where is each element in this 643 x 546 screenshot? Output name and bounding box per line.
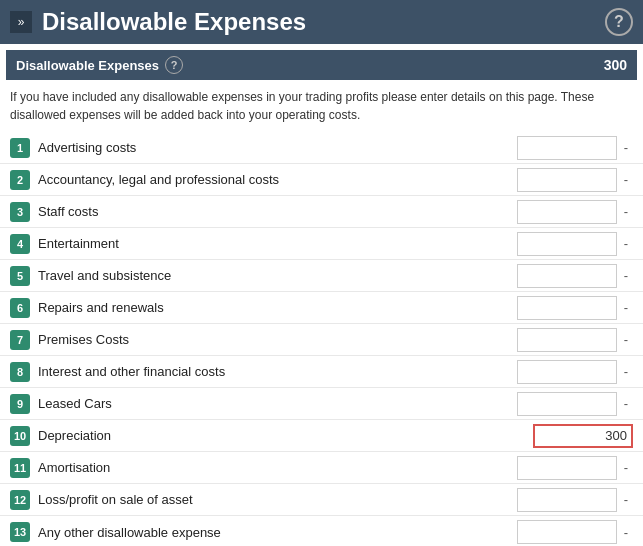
row-number-badge: 7 — [10, 330, 30, 350]
row-dash: - — [619, 460, 633, 475]
row-input[interactable] — [517, 456, 617, 480]
row-input[interactable] — [517, 488, 617, 512]
back-arrow-icon[interactable]: » — [10, 11, 32, 33]
row-number-badge: 11 — [10, 458, 30, 478]
row-label: Premises Costs — [38, 332, 517, 347]
description-text: If you have included any disallowable ex… — [0, 80, 643, 132]
row-number-badge: 3 — [10, 202, 30, 222]
table-row: 2Accountancy, legal and professional cos… — [0, 164, 643, 196]
table-row: 12Loss/profit on sale of asset- — [0, 484, 643, 516]
row-number-badge: 8 — [10, 362, 30, 382]
row-dash: - — [619, 172, 633, 187]
row-number-badge: 10 — [10, 426, 30, 446]
row-label: Any other disallowable expense — [38, 525, 517, 540]
row-dash: - — [619, 300, 633, 315]
row-dash: - — [619, 396, 633, 411]
row-input[interactable] — [517, 136, 617, 160]
expense-list: 1Advertising costs-2Accountancy, legal a… — [0, 132, 643, 546]
row-label: Leased Cars — [38, 396, 517, 411]
table-row: 10Depreciation — [0, 420, 643, 452]
page-header: » Disallowable Expenses ? — [0, 0, 643, 44]
row-number-badge: 13 — [10, 522, 30, 542]
page-title: Disallowable Expenses — [42, 8, 595, 36]
row-label: Entertainment — [38, 236, 517, 251]
row-input[interactable] — [517, 200, 617, 224]
section-header: Disallowable Expenses ? 300 — [6, 50, 637, 80]
row-number-badge: 1 — [10, 138, 30, 158]
table-row: 3Staff costs- — [0, 196, 643, 228]
section-title: Disallowable Expenses ? — [16, 56, 604, 74]
row-input[interactable] — [517, 328, 617, 352]
row-input[interactable] — [517, 296, 617, 320]
row-input[interactable] — [517, 360, 617, 384]
row-input[interactable] — [517, 520, 617, 544]
row-dash: - — [619, 525, 633, 540]
row-input[interactable] — [517, 392, 617, 416]
row-label: Loss/profit on sale of asset — [38, 492, 517, 507]
row-number-badge: 9 — [10, 394, 30, 414]
table-row: 1Advertising costs- — [0, 132, 643, 164]
row-number-badge: 5 — [10, 266, 30, 286]
table-row: 7Premises Costs- — [0, 324, 643, 356]
section-total: 300 — [604, 57, 627, 73]
row-dash: - — [619, 140, 633, 155]
table-row: 4Entertainment- — [0, 228, 643, 260]
row-number-badge: 2 — [10, 170, 30, 190]
row-label: Staff costs — [38, 204, 517, 219]
row-label: Repairs and renewals — [38, 300, 517, 315]
table-row: 8Interest and other financial costs- — [0, 356, 643, 388]
row-input[interactable] — [517, 264, 617, 288]
table-row: 13Any other disallowable expense- — [0, 516, 643, 546]
row-label: Depreciation — [38, 428, 533, 443]
row-dash: - — [619, 364, 633, 379]
page-help-button[interactable]: ? — [605, 8, 633, 36]
row-input[interactable] — [517, 232, 617, 256]
table-row: 6Repairs and renewals- — [0, 292, 643, 324]
row-label: Amortisation — [38, 460, 517, 475]
row-dash: - — [619, 492, 633, 507]
row-label: Interest and other financial costs — [38, 364, 517, 379]
row-input[interactable] — [533, 424, 633, 448]
table-row: 5Travel and subsistence- — [0, 260, 643, 292]
table-row: 11Amortisation- — [0, 452, 643, 484]
row-dash: - — [619, 236, 633, 251]
row-dash: - — [619, 204, 633, 219]
row-dash: - — [619, 332, 633, 347]
row-label: Travel and subsistence — [38, 268, 517, 283]
table-row: 9Leased Cars- — [0, 388, 643, 420]
row-label: Advertising costs — [38, 140, 517, 155]
section-help-icon[interactable]: ? — [165, 56, 183, 74]
row-dash: - — [619, 268, 633, 283]
row-number-badge: 12 — [10, 490, 30, 510]
row-number-badge: 6 — [10, 298, 30, 318]
row-label: Accountancy, legal and professional cost… — [38, 172, 517, 187]
row-input[interactable] — [517, 168, 617, 192]
row-number-badge: 4 — [10, 234, 30, 254]
